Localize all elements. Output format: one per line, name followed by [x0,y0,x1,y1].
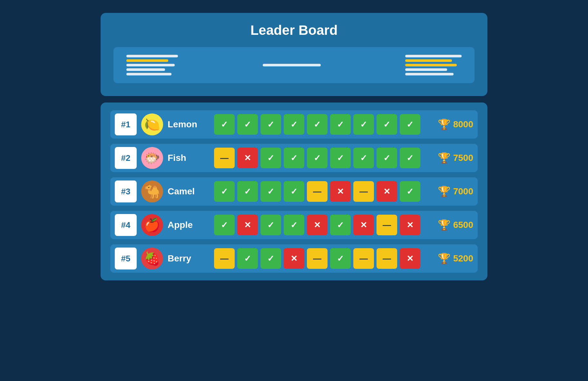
answer-cell: ✓ [260,248,281,269]
answer-cell: ✕ [284,248,304,269]
answer-cell: ✓ [260,215,281,235]
leaderboard-row: #3🐪Camel✓✓✓✓—✕—✕✓🏆7000 [110,177,478,206]
stat-lines-center [263,64,321,66]
answer-cell: ✓ [377,148,397,168]
answer-cell: — [214,248,235,269]
answer-cell: ✓ [377,114,397,135]
answer-cell: ✓ [400,148,420,168]
trophy-icon: 🏆 [438,219,451,231]
stat-line [126,64,175,66]
answer-cell: ✕ [237,215,258,235]
answer-cell: ✓ [284,114,304,135]
answer-cells: ✓✕✓✓✕✓✕—✕ [214,215,433,235]
answer-cell: ✕ [377,181,397,202]
answer-cell: ✓ [330,148,351,168]
header-panel: Leader Board [101,13,487,96]
avatar: 🐡 [141,147,163,169]
answer-cell: ✕ [330,181,351,202]
trophy-icon: 🏆 [438,185,451,198]
score-value: 5200 [453,253,473,264]
answer-cell: ✓ [214,114,235,135]
answer-cell: ✓ [330,248,351,269]
answer-cell: ✓ [237,248,258,269]
answer-cell: ✓ [307,148,328,168]
rank-badge: #3 [115,181,137,202]
player-name: Fish [168,153,210,163]
player-name: Lemon [168,119,210,130]
stat-line [405,64,457,66]
answer-cell: ✕ [400,248,420,269]
avatar: 🍓 [141,248,163,269]
answer-cell: — [377,215,397,235]
answer-cell: ✓ [330,114,351,135]
score-value: 6500 [453,220,473,230]
score-value: 7500 [453,153,473,163]
answer-cell: ✓ [353,114,374,135]
answer-cell: ✓ [400,114,420,135]
leaderboard-row: #4🍎Apple✓✕✓✓✕✓✕—✕🏆6500 [110,211,478,239]
score-value: 8000 [453,119,473,130]
answer-cell: ✓ [353,148,374,168]
answer-cell: — [353,181,374,202]
stat-line [126,68,165,71]
answer-cells: —✓✓✕—✓——✕ [214,248,433,269]
player-name: Apple [168,220,210,230]
page-title: Leader Board [113,23,475,38]
answer-cell: ✕ [307,215,328,235]
stat-line [126,73,172,75]
rank-badge: #1 [115,113,137,135]
answer-cell: ✓ [260,148,281,168]
trophy-icon: 🏆 [438,118,451,131]
stat-line [126,55,178,57]
leaderboard-row: #5🍓Berry—✓✓✕—✓——✕🏆5200 [110,244,478,273]
answer-cell: ✓ [330,215,351,235]
stat-line [263,64,321,66]
answer-cell: ✓ [237,114,258,135]
answer-cell: ✓ [284,148,304,168]
score-section: 🏆6500 [438,219,473,231]
answer-cell: — [377,248,397,269]
score-section: 🏆5200 [438,252,473,265]
answer-cell: ✓ [214,215,235,235]
rank-badge: #2 [115,147,137,169]
answer-cell: ✓ [237,181,258,202]
player-name: Berry [168,253,210,264]
answer-cell: — [353,248,374,269]
score-value: 7000 [453,186,473,197]
main-container: Leader Board #1🍋Lemon✓✓✓✓✓✓✓✓✓🏆8000 [101,13,487,280]
stat-lines-right [405,55,462,75]
answer-cell: ✓ [284,181,304,202]
avatar: 🍎 [141,214,163,236]
answer-cell: ✕ [400,215,420,235]
stat-line [405,73,454,75]
answer-cells: —✕✓✓✓✓✓✓✓ [214,148,433,168]
stat-line [405,55,462,57]
answer-cell: ✕ [237,148,258,168]
leaderboard-row: #2🐡Fish—✕✓✓✓✓✓✓✓🏆7500 [110,144,478,172]
stat-line [405,68,447,71]
rank-badge: #4 [115,214,137,236]
answer-cell: ✕ [353,215,374,235]
leaderboard-row: #1🍋Lemon✓✓✓✓✓✓✓✓✓🏆8000 [110,110,478,139]
score-section: 🏆7000 [438,185,473,198]
trophy-icon: 🏆 [438,252,451,265]
answer-cell: ✓ [400,181,420,202]
answer-cell: — [307,181,328,202]
stat-lines-left [126,55,178,75]
answer-cell: ✓ [260,114,281,135]
stats-bar [113,47,475,83]
answer-cell: ✓ [307,114,328,135]
stat-line [405,59,452,62]
answer-cells: ✓✓✓✓—✕—✕✓ [214,181,433,202]
answer-cell: ✓ [214,181,235,202]
answer-cell: ✓ [260,181,281,202]
avatar: 🐪 [141,181,163,202]
rank-badge: #5 [115,248,137,269]
answer-cell: — [307,248,328,269]
score-section: 🏆7500 [438,152,473,164]
score-section: 🏆8000 [438,118,473,131]
leaderboard-panel: #1🍋Lemon✓✓✓✓✓✓✓✓✓🏆8000#2🐡Fish—✕✓✓✓✓✓✓✓🏆7… [101,103,487,280]
answer-cells: ✓✓✓✓✓✓✓✓✓ [214,114,433,135]
answer-cell: — [214,148,235,168]
player-name: Camel [168,186,210,197]
